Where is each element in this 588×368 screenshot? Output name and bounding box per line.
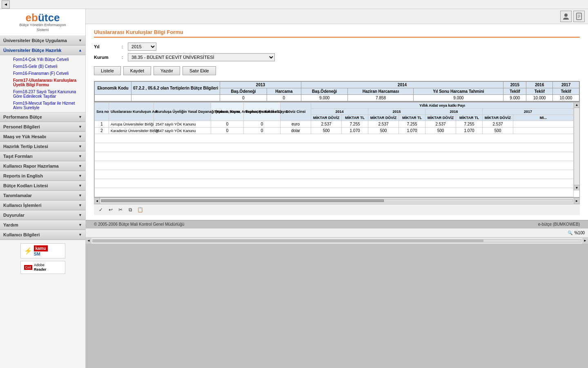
section-yardim: Yardım ▼ xyxy=(0,220,85,230)
grid-yillik-aidat-header: Yıllık Aidat veya katkı Payı xyxy=(311,103,574,109)
grid-empty-row-4 xyxy=(95,161,574,170)
grid-row1-miktar-doviz-2017: 2.537 xyxy=(483,121,513,128)
copy-icon[interactable]: ⧉ xyxy=(127,206,134,213)
grid-row1-sira: 1 xyxy=(95,121,109,128)
bottom-logos: ⚡ kamu SM Get Adobe Reader xyxy=(0,240,85,277)
section-header-kullanici-rapor[interactable]: Kullanıcı Rapor Hazırlama ▼ xyxy=(0,162,85,171)
cut-icon[interactable]: ✂ xyxy=(117,206,124,213)
grid-table: Sıra no Uluslararası Kuruluşun Adı Kurul… xyxy=(94,102,574,197)
outer-horizontal-scrollbar[interactable]: ◄ ► xyxy=(86,237,588,244)
grid-row1-miktar-tl-2015: 7.255 xyxy=(399,121,425,128)
logo-e: e xyxy=(26,11,31,24)
yil-select[interactable]: 2015 2013 2014 2016 2017 xyxy=(128,43,156,51)
sidebar-item-form18[interactable]: Form18-237 Sayılı Taşıt Kanununa Göre Ed… xyxy=(0,88,85,100)
section-header-duyurular[interactable]: Duyurular ▼ xyxy=(0,211,85,220)
back-arrow[interactable]: ◄ xyxy=(2,0,10,9)
section-header-kullanici-bilgileri[interactable]: Kullanıcı Bilgileri ▼ xyxy=(0,230,85,240)
chevron-icon-6: ▼ xyxy=(78,144,82,148)
chevron-icon-10: ▼ xyxy=(78,184,82,188)
section-duyurular: Duyurular ▼ xyxy=(0,211,85,220)
scroll-up-arrow[interactable]: ▲ xyxy=(574,102,579,108)
bas-odenegi-2013-val: 0 xyxy=(220,95,267,101)
grid-miktar-tl-2015-header: MİKTAR TL xyxy=(399,115,425,121)
listele-button[interactable]: Listele xyxy=(94,66,121,75)
footer-bar: © 2005-2006 Bütçe Mali Kontrol Genel Müd… xyxy=(86,220,588,228)
section-univ-hazirlik: Üniversiteler Bütçe Hazırlık ▲ Form14-Ço… xyxy=(0,46,85,112)
grid-row2-doviz: dolar xyxy=(281,128,311,134)
grid-row2-miktar-doviz-2017: 500 xyxy=(483,128,513,134)
year2017-header: 2017 xyxy=(553,82,579,88)
section-header-kullanici-islemleri[interactable]: Kullanıcı İşlemleri ▼ xyxy=(0,201,85,210)
action-buttons: Listele Kaydet Yazdır Satır Ekle xyxy=(94,66,580,75)
sidebar-item-form16[interactable]: Form16-Finansman (F) Cetveli xyxy=(0,70,85,77)
paste-icon[interactable]: 📋 xyxy=(136,206,144,213)
teklif-2015-header: Teklif xyxy=(503,88,526,95)
grid-miktar-doviz-2014-header: MİKTAR DÖVİZ xyxy=(311,115,342,121)
h-scroll-right-arrow[interactable]: ► xyxy=(574,198,579,204)
grid-row1-miktar-tl-2017 xyxy=(513,121,574,128)
form-title: Uluslararası Kuruluşlar Bilgi Formu xyxy=(94,29,580,38)
adobe-reader-logo[interactable]: Get Adobe Reader xyxy=(20,261,65,274)
content-window: Uluslararası Kuruluşlar Bilgi Formu Yıl … xyxy=(86,9,588,228)
section-kullanici-rapor: Kullanıcı Rapor Hazırlama ▼ xyxy=(0,162,85,171)
document-icon[interactable] xyxy=(573,11,585,22)
section-header-univ-uygulama[interactable]: Üniversiteler Bütçe Uygulama ▼ xyxy=(0,36,85,45)
section-header-butce-kodlari[interactable]: Bütçe Kodları Listesi ▼ xyxy=(0,181,85,191)
grid-year2014-header: 2014 xyxy=(311,109,368,115)
section-header-hazirlik-tertip[interactable]: Hazırlık Tertip Listesi ▼ xyxy=(0,142,85,151)
satir-ekle-button[interactable]: Satır Ekle xyxy=(183,66,216,75)
chevron-icon-2: ▲ xyxy=(78,48,82,52)
section-header-yardim[interactable]: Yardım ▼ xyxy=(0,220,85,230)
grid-miktar-tl-2016-header: MİKTAR TL xyxy=(456,115,483,121)
content-toolbar xyxy=(86,9,588,24)
section-header-univ-hazirlik[interactable]: Üniversiteler Bütçe Hazırlık ▲ xyxy=(0,46,85,55)
sidebar-item-form14[interactable]: Form14-Çok Yıllı Bütçe Cetveli xyxy=(0,56,85,63)
kurum-select[interactable]: 38.35 - BÜLENT ECEVİT ÜNİVERSİTESİ xyxy=(128,53,275,61)
section-header-tasit[interactable]: Taşıt Formları ▼ xyxy=(0,152,85,161)
yazdir-button[interactable]: Yazdır xyxy=(154,66,180,75)
section-hazirlik-tertip: Hazırlık Tertip Listesi ▼ xyxy=(0,142,85,152)
checkmark-icon[interactable]: ✓ xyxy=(97,206,105,213)
outer-h-scroll-right[interactable]: ► xyxy=(582,238,588,244)
chevron-icon-4: ▼ xyxy=(78,125,82,129)
bottom-toolbar: ✓ ↩ ✂ ⧉ 📋 xyxy=(94,204,580,215)
sidebar-item-form17[interactable]: Form17-Uluslararası Kuruluşlara Üyelik B… xyxy=(0,77,85,88)
h-scroll-track[interactable] xyxy=(101,199,573,202)
h-scroll-thumb[interactable] xyxy=(101,200,384,202)
section-header-personel[interactable]: Personel Bilgileri ▼ xyxy=(0,122,85,132)
haziran-harcama-val: 7.858 xyxy=(348,95,414,101)
app-name-text: e-bütçe (BUMKOWEB) xyxy=(538,222,580,227)
summary-table-wrapper: Ekonomik Kodu 07.2.2 , 05.6.2 olan Terti… xyxy=(94,81,580,102)
outer-h-scroll-thumb[interactable] xyxy=(93,240,483,242)
chevron-icon-14: ▼ xyxy=(78,223,82,227)
teklif-2016-header: Teklif xyxy=(526,88,553,95)
outer-h-scroll-track[interactable] xyxy=(92,239,581,242)
zoom-level: %100 xyxy=(574,231,585,235)
grid-year2016-header: 2016 xyxy=(425,109,483,115)
undo-icon[interactable]: ↩ xyxy=(107,206,114,213)
grid-row2-miktar-doviz-2014: 500 xyxy=(311,128,342,134)
section-header-performans[interactable]: Performans Bütçe ▼ xyxy=(0,112,85,122)
zoom-icon: 🔍 xyxy=(568,231,572,235)
sidebar-item-form19[interactable]: Form19-Mevcut Taşıtlar ile Hizmet Alımı … xyxy=(0,100,85,111)
user-profile-icon[interactable] xyxy=(560,11,572,22)
outer-h-scroll-left[interactable]: ◄ xyxy=(86,238,91,244)
kaydet-button[interactable]: Kaydet xyxy=(123,66,151,75)
grid-miktar-tl-2014-header: MİKTAR TL xyxy=(342,115,368,121)
sidebar-item-form15[interactable]: Form15-Gelir (B) Cetveli xyxy=(0,63,85,70)
grid-row1-miktar-doviz-2015: 2.537 xyxy=(368,121,399,128)
year2014-header: 2014 xyxy=(301,82,503,88)
section-header-maas[interactable]: Maaş ve Yük Hesabı ▼ xyxy=(0,132,85,141)
section-header-reports-english[interactable]: Reports in English ▼ xyxy=(0,171,85,181)
h-scroll-left-arrow[interactable]: ◄ xyxy=(94,198,100,204)
vertical-scrollbar[interactable]: ▲ ▼ xyxy=(574,102,579,191)
chevron-icon-13: ▼ xyxy=(78,213,82,217)
horizontal-scrollbar[interactable]: ◄ ► xyxy=(94,197,580,204)
scroll-down-arrow[interactable]: ▼ xyxy=(574,185,579,191)
grid-empty-row-6 xyxy=(95,179,574,188)
teklif-2017-header: Teklif xyxy=(553,88,579,95)
section-header-tanimlamalar[interactable]: Tanımlamalar ▼ xyxy=(0,191,85,200)
grid-row-1: 1 Avrupa Üniversiteler Birliği 2547 sayı… xyxy=(95,121,574,128)
section-butce-kodlari: Bütçe Kodları Listesi ▼ xyxy=(0,181,85,191)
grid-row2-miktar-tl-2017 xyxy=(513,128,574,134)
